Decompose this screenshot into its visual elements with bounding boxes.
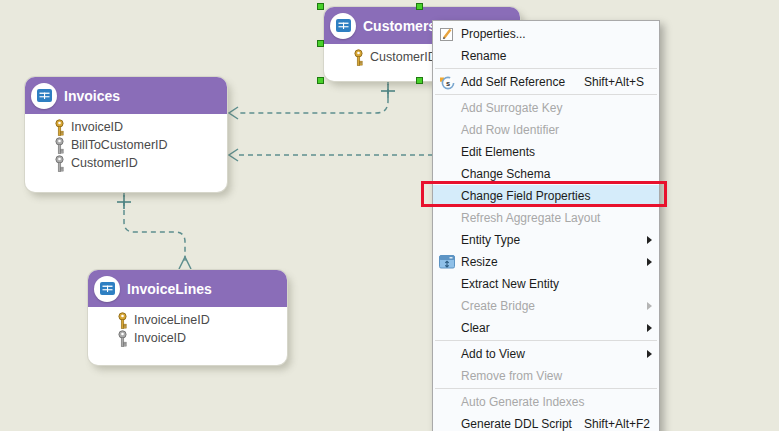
menu-item-change-field-properties[interactable]: Change Field Properties xyxy=(433,185,659,207)
submenu-arrow-icon xyxy=(647,350,652,358)
menu-item-label: Edit Elements xyxy=(461,145,535,159)
menu-item-label: Entity Type xyxy=(461,233,520,247)
field-invoicelineid[interactable]: InvoiceLineID xyxy=(88,311,287,329)
menu-item-add-row-identifier: Add Row Identifier xyxy=(433,119,659,141)
field-name: CustomerID xyxy=(370,50,437,64)
entity-invoicelines[interactable]: InvoiceLines InvoiceLineID InvoiceID xyxy=(88,270,287,365)
entity-title: Invoices xyxy=(64,88,120,104)
menu-item-label: Change Field Properties xyxy=(461,189,590,203)
selection-handle-left-mid[interactable] xyxy=(317,40,324,47)
menu-item-label: Add Self Reference xyxy=(461,75,565,89)
menu-item-entity-type[interactable]: Entity Type xyxy=(433,229,659,251)
table-icon xyxy=(330,13,356,39)
submenu-arrow-icon xyxy=(647,236,652,244)
menu-separator xyxy=(435,68,657,69)
menu-item-shortcut: Shift+Alt+S xyxy=(584,75,644,89)
menu-item-label: Clear xyxy=(461,321,490,335)
field-invoiceid[interactable]: InvoiceID xyxy=(88,329,287,347)
self-reference-icon: s xyxy=(433,74,461,91)
selection-handle-bottom-mid[interactable] xyxy=(416,77,423,84)
menu-item-label: Extract New Entity xyxy=(461,277,559,291)
entity-title: InvoiceLines xyxy=(127,281,212,297)
field-name: InvoiceID xyxy=(71,120,123,134)
menu-item-add-to-view[interactable]: Add to View xyxy=(433,343,659,365)
menu-item-resize[interactable]: Resize xyxy=(433,251,659,273)
menu-item-label: Generate DDL Script xyxy=(461,417,572,431)
primary-key-icon xyxy=(117,312,128,329)
menu-item-remove-from-view: Remove from View xyxy=(433,365,659,387)
menu-item-label: Properties... xyxy=(461,27,526,41)
menu-item-label: Refresh Aggregate Layout xyxy=(461,211,600,225)
field-name: CustomerID xyxy=(71,156,138,170)
menu-item-auto-generate-indexes: Auto Generate Indexes xyxy=(433,391,659,413)
selection-handle-bottom-left[interactable] xyxy=(317,77,324,84)
menu-item-label: Resize xyxy=(461,255,498,269)
resize-icon xyxy=(433,254,461,270)
menu-item-shortcut: Shift+Alt+F2 xyxy=(584,417,650,431)
menu-separator xyxy=(435,388,657,389)
arrowhead-icon xyxy=(229,149,238,161)
relation-invoices-invoicelines xyxy=(124,192,185,262)
field-customerid[interactable]: CustomerID xyxy=(25,154,227,172)
menu-item-label: Add Row Identifier xyxy=(461,123,559,137)
menu-item-label: Create Bridge xyxy=(461,299,535,313)
field-invoiceid[interactable]: InvoiceID xyxy=(25,118,227,136)
menu-item-refresh-aggregate-layout: Refresh Aggregate Layout xyxy=(433,207,659,229)
foreign-key-icon xyxy=(117,330,128,347)
entity-invoices-header[interactable]: Invoices xyxy=(25,77,227,114)
entity-context-menu: Properties... Rename s Add Self Referenc… xyxy=(432,20,660,431)
primary-key-icon xyxy=(353,49,364,66)
entity-invoices[interactable]: Invoices InvoiceID BillToCustomerID Cust… xyxy=(25,77,227,192)
selection-handle-top-left[interactable] xyxy=(317,3,324,10)
entity-title: Customers xyxy=(363,18,436,34)
svg-text:s: s xyxy=(445,78,449,87)
menu-item-label: Remove from View xyxy=(461,369,562,383)
field-billtocustomerid[interactable]: BillToCustomerID xyxy=(25,136,227,154)
menu-item-generate-ddl-script[interactable]: Generate DDL Script Shift+Alt+F2 xyxy=(433,413,659,431)
menu-item-create-bridge: Create Bridge xyxy=(433,295,659,317)
menu-item-label: Add to View xyxy=(461,347,525,361)
menu-item-properties[interactable]: Properties... xyxy=(433,23,659,45)
foreign-key-icon xyxy=(54,137,65,154)
menu-item-label: Add Surrogate Key xyxy=(461,101,562,115)
menu-item-clear[interactable]: Clear xyxy=(433,317,659,339)
field-name: BillToCustomerID xyxy=(71,138,168,152)
menu-item-label: Change Schema xyxy=(461,167,550,181)
table-icon xyxy=(94,276,120,302)
menu-item-rename[interactable]: Rename xyxy=(433,45,659,67)
table-icon xyxy=(31,83,57,109)
submenu-arrow-icon xyxy=(647,302,652,310)
selection-handle-top-mid[interactable] xyxy=(416,3,423,10)
menu-item-label: Rename xyxy=(461,49,506,63)
menu-item-label: Auto Generate Indexes xyxy=(461,395,584,409)
field-name: InvoiceLineID xyxy=(134,313,210,327)
menu-separator xyxy=(435,340,657,341)
entity-invoicelines-header[interactable]: InvoiceLines xyxy=(88,270,287,307)
foreign-key-icon xyxy=(54,155,65,172)
menu-item-add-self-reference[interactable]: s Add Self Reference Shift+Alt+S xyxy=(433,71,659,93)
submenu-arrow-icon xyxy=(647,258,652,266)
menu-item-extract-new-entity[interactable]: Extract New Entity xyxy=(433,273,659,295)
submenu-arrow-icon xyxy=(647,324,652,332)
field-name: InvoiceID xyxy=(134,331,186,345)
primary-key-icon xyxy=(54,119,65,136)
relation-customers-invoices-1 xyxy=(239,80,388,113)
arrowhead-icon xyxy=(229,107,238,119)
menu-separator xyxy=(435,94,657,95)
menu-item-edit-elements[interactable]: Edit Elements xyxy=(433,141,659,163)
menu-item-add-surrogate-key: Add Surrogate Key xyxy=(433,97,659,119)
properties-icon xyxy=(433,26,461,42)
menu-item-change-schema[interactable]: Change Schema xyxy=(433,163,659,185)
